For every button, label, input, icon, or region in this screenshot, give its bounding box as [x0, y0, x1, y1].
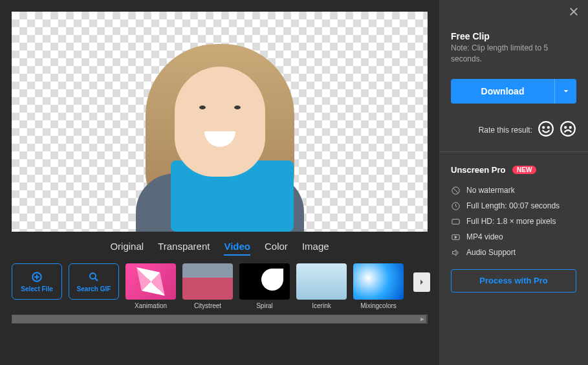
free-clip-note: Note: Clip length limited to 5 seconds. [451, 43, 576, 65]
svg-line-4 [95, 278, 98, 281]
audio-icon [451, 248, 461, 258]
svg-line-12 [453, 188, 459, 194]
svg-point-10 [570, 126, 571, 127]
background-strip: Select File Search GIF Xanimation Cityst… [12, 263, 428, 309]
thumb-image [353, 263, 404, 300]
chevron-right-icon [418, 278, 426, 286]
search-gif-button[interactable]: Search GIF [69, 263, 119, 300]
play-icon [451, 232, 461, 242]
thumb-label: Mixingcolors [360, 302, 397, 309]
add-icon [31, 271, 43, 283]
no-watermark-icon [451, 186, 461, 195]
hd-icon [451, 217, 461, 227]
process-with-pro-button[interactable]: Process with Pro [451, 269, 576, 293]
preview-canvas [12, 12, 428, 232]
rate-label: Rate this result: [479, 126, 532, 135]
download-dropdown-toggle[interactable] [554, 79, 576, 104]
pro-feature-list: No watermark Full Length: 00:07 seconds … [451, 186, 576, 258]
thumb-xanimation[interactable]: Xanimation [125, 263, 176, 309]
select-file-label: Select File [21, 285, 52, 293]
pro-title: Unscreen Pro [451, 165, 506, 175]
background-mode-tabs: Original Transparent Video Color Image [12, 232, 428, 263]
search-gif-label: Search GIF [77, 285, 111, 293]
tab-original[interactable]: Original [110, 241, 144, 256]
scroll-right-arrow[interactable]: ► [418, 315, 427, 323]
feature-audio: Audio Support [451, 248, 576, 258]
svg-point-7 [548, 126, 549, 127]
rate-sad-button[interactable] [560, 120, 576, 140]
tab-image[interactable]: Image [302, 241, 329, 256]
download-button[interactable]: Download [451, 79, 554, 104]
svg-rect-14 [452, 219, 459, 224]
new-badge: NEW [512, 166, 536, 174]
thumb-image [296, 263, 347, 300]
svg-point-3 [90, 273, 96, 279]
close-icon [569, 6, 579, 17]
thumb-image [182, 263, 233, 300]
select-file-button[interactable]: Select File [12, 263, 62, 300]
thumb-image [239, 263, 290, 300]
horizontal-scrollbar[interactable]: ◄ ► [12, 315, 428, 324]
thumb-citystreet[interactable]: Citystreet [182, 263, 233, 309]
subject-cutout [110, 31, 330, 232]
sad-face-icon [560, 120, 576, 137]
thumb-image [125, 263, 176, 300]
happy-face-icon [538, 120, 554, 137]
strip-next-button[interactable] [413, 272, 430, 292]
thumb-icerink[interactable]: Icerink [296, 263, 347, 309]
thumb-mixingcolors[interactable]: Mixingcolors [353, 263, 404, 309]
tab-color[interactable]: Color [265, 241, 288, 256]
svg-point-6 [543, 126, 544, 127]
feature-no-watermark: No watermark [451, 186, 576, 195]
scrollbar-thumb[interactable] [12, 315, 426, 323]
svg-point-5 [539, 122, 553, 136]
svg-point-8 [561, 122, 575, 136]
search-icon [88, 271, 100, 283]
rate-happy-button[interactable] [538, 120, 554, 140]
thumb-label: Spiral [256, 302, 273, 309]
feature-full-hd: Full HD: 1.8 × more pixels [451, 217, 576, 227]
thumb-label: Xanimation [135, 302, 167, 309]
close-button[interactable] [569, 6, 579, 19]
feature-mp4: MP4 video [451, 232, 576, 242]
thumb-label: Icerink [312, 302, 331, 309]
tab-transparent[interactable]: Transparent [158, 241, 210, 256]
free-clip-title: Free Clip [451, 31, 576, 41]
thumb-label: Citystreet [194, 302, 221, 309]
feature-full-length: Full Length: 00:07 seconds [451, 201, 576, 211]
duration-icon [451, 201, 461, 211]
thumb-spiral[interactable]: Spiral [239, 263, 290, 309]
svg-point-9 [565, 126, 566, 127]
chevron-down-icon [563, 88, 569, 94]
tab-video[interactable]: Video [224, 241, 250, 256]
